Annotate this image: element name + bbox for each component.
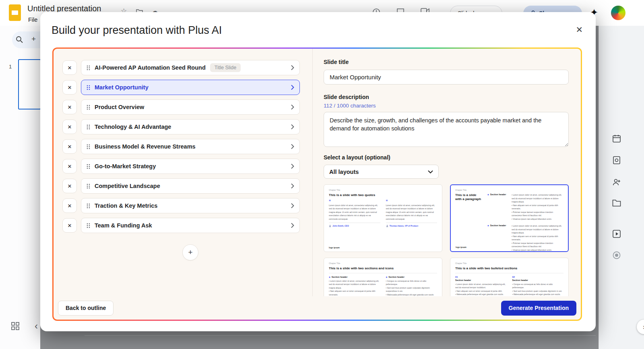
drag-handle-icon[interactable]: [87, 203, 90, 209]
drag-handle-icon[interactable]: [87, 105, 90, 110]
layout-card-paragraph[interactable]: Chapter Title This is a slide with a par…: [450, 184, 569, 252]
slide-description-input[interactable]: Describe the size, growth, and challenge…: [324, 112, 569, 147]
keep-panel-icon[interactable]: [612, 156, 621, 166]
modal-close-icon[interactable]: ✕: [576, 25, 583, 34]
collapse-filmstrip-icon[interactable]: ‹: [35, 320, 38, 332]
slide-title-label: Slide title: [324, 59, 349, 65]
outline-row: ✕ Technology & AI Advantage: [62, 119, 312, 134]
outline-item-go-to-market[interactable]: Go-to-Market Strategy: [81, 159, 300, 174]
chevron-right-icon[interactable]: [291, 223, 294, 228]
chapter-label: Chapter Title: [329, 189, 437, 191]
back-to-outline-button[interactable]: Back to outline: [58, 301, 114, 316]
layout-card-two-bulleted-sections[interactable]: Chapter Title This is a slide with two b…: [450, 258, 569, 296]
generate-presentation-button[interactable]: Generate Presentation: [501, 301, 576, 316]
slide-number: 1: [9, 64, 12, 70]
outline-item-label: Market Opportunity: [95, 84, 149, 91]
contacts-panel-icon[interactable]: [612, 178, 621, 188]
remove-slide-button[interactable]: ✕: [62, 159, 77, 173]
grid-view-icon[interactable]: [11, 322, 19, 332]
layout-card-two-quotes[interactable]: Chapter Title This is a slide with two q…: [324, 184, 442, 252]
account-avatar[interactable]: [611, 6, 625, 20]
notes-divider[interactable]: [85, 335, 596, 336]
remove-slide-button[interactable]: ✕: [62, 218, 77, 233]
section-header: Section header: [388, 276, 404, 278]
plus-ai-modal: Build your presentation with Plus AI ✕ ✕…: [40, 12, 596, 331]
section-number: 02: [512, 276, 564, 278]
remove-slide-button[interactable]: ✕: [62, 139, 77, 154]
section-bullets: • Congue eu consequat ac felis donec et …: [512, 283, 564, 296]
quote-attribution: Thomas Hanes, VP of Product: [386, 225, 438, 227]
chapter-label: Chapter Title: [329, 262, 437, 264]
new-slide-plus-icon[interactable]: +: [31, 35, 36, 43]
logo-placeholder: logo ipsum: [329, 246, 340, 249]
quote-text: Lorem ipsum dolor sit amet, consectetur …: [329, 204, 380, 221]
modal-title: Build your presentation with Plus AI: [52, 24, 222, 37]
outline-row: ✕ Competitive Landscape: [62, 178, 312, 194]
section-bullets: • Lorem ipsum dolor sit amet, consectetu…: [329, 279, 380, 296]
outline-item-competitive-landscape[interactable]: Competitive Landscape: [81, 178, 300, 194]
calendar-panel-icon[interactable]: [612, 134, 621, 145]
outline-item-label: Technology & AI Advantage: [95, 124, 171, 130]
chevron-right-icon[interactable]: [291, 144, 294, 149]
chevron-right-icon[interactable]: [291, 85, 294, 90]
drag-handle-icon[interactable]: [87, 184, 90, 189]
menu-file[interactable]: File: [28, 17, 37, 23]
drag-handle-icon[interactable]: [87, 164, 90, 169]
outline-item-label: Product Overview: [95, 104, 144, 110]
chevron-right-icon[interactable]: [291, 184, 294, 188]
outline-item-team-funding[interactable]: Team & Funding Ask: [81, 218, 300, 233]
chevron-right-icon[interactable]: [291, 203, 294, 208]
slide-description-label: Slide description: [324, 94, 569, 100]
slides-app-icon-inner: [12, 10, 18, 15]
section-bullets: • Lorem ipsum dolor sit amet, consectetu…: [455, 283, 507, 296]
slides-app-icon[interactable]: [9, 4, 21, 21]
slide-thumbnail[interactable]: [18, 59, 41, 109]
remove-slide-button[interactable]: ✕: [62, 179, 77, 193]
outline-item-technology-ai-advantage[interactable]: Technology & AI Advantage: [81, 119, 300, 134]
section-diamond-icon: ◆: [487, 224, 489, 227]
remove-slide-button[interactable]: ✕: [62, 80, 77, 95]
chevron-right-icon[interactable]: [291, 65, 294, 70]
chevron-right-icon[interactable]: [291, 105, 294, 109]
outline-item-title-slide[interactable]: AI-Powered AP Automation Seed Round Titl…: [81, 60, 300, 75]
chevron-right-icon[interactable]: [291, 124, 294, 129]
add-slide-button[interactable]: +: [182, 244, 198, 260]
drag-handle-icon[interactable]: [87, 223, 90, 228]
section-bullets: • Lorem ipsum dolor sit amet, consectetu…: [512, 224, 564, 252]
outline-item-product-overview[interactable]: Product Overview: [81, 99, 300, 115]
remove-slide-button[interactable]: ✕: [62, 120, 77, 134]
layout-dropdown-value: All layouts: [329, 169, 359, 175]
folder-panel-icon[interactable]: [612, 199, 621, 209]
person-icon: [329, 225, 331, 227]
paragraph-section: ◆Section header • Lorem ipsum dolor sit …: [487, 193, 564, 221]
quote-text: Lorem ipsum dolor sit amet, consectetur …: [386, 204, 438, 221]
outline-item-label: Team & Funding Ask: [95, 222, 152, 229]
remove-slide-button[interactable]: ✕: [62, 198, 77, 213]
layout-card-two-sections-icons[interactable]: Chapter Title This is a slide with two s…: [324, 258, 442, 296]
quote-person-name: Thomas Hanes, VP of Product: [390, 225, 418, 227]
outline-item-label: Traction & Key Metrics: [95, 202, 157, 209]
drag-handle-icon[interactable]: [87, 65, 90, 70]
section-diamond-icon: ◆: [329, 276, 330, 278]
outline-item-market-opportunity[interactable]: Market Opportunity: [81, 80, 300, 95]
outline-row: ✕ Go-to-Market Strategy: [62, 159, 312, 174]
drag-handle-icon[interactable]: [87, 144, 90, 149]
remove-slide-button[interactable]: ✕: [62, 100, 77, 114]
slide-detail-pane: Slide title Slide description 112 / 1000…: [313, 49, 581, 296]
slide-title-input[interactable]: [324, 70, 569, 85]
video-panel-icon[interactable]: [612, 229, 621, 240]
layout-dropdown[interactable]: All layouts: [324, 165, 439, 179]
remove-slide-button[interactable]: ✕: [62, 60, 77, 75]
search-icon[interactable]: [15, 35, 23, 45]
drag-handle-icon[interactable]: [87, 124, 90, 130]
outline-item-label: AI-Powered AP Automation Seed Round: [95, 64, 206, 71]
side-panel-rail: [599, 26, 644, 349]
record-panel-icon[interactable]: [612, 251, 621, 261]
outline-item-business-model[interactable]: Business Model & Revenue Streams: [81, 139, 300, 154]
chapter-label: Chapter Title: [455, 189, 564, 191]
chevron-right-icon[interactable]: [291, 164, 294, 169]
section-diamond-icon: ◆: [487, 193, 489, 196]
layout-card-title: This is a slide with two sections and ic…: [329, 266, 409, 271]
drag-handle-icon[interactable]: [87, 85, 90, 90]
outline-item-traction-metrics[interactable]: Traction & Key Metrics: [81, 198, 300, 213]
